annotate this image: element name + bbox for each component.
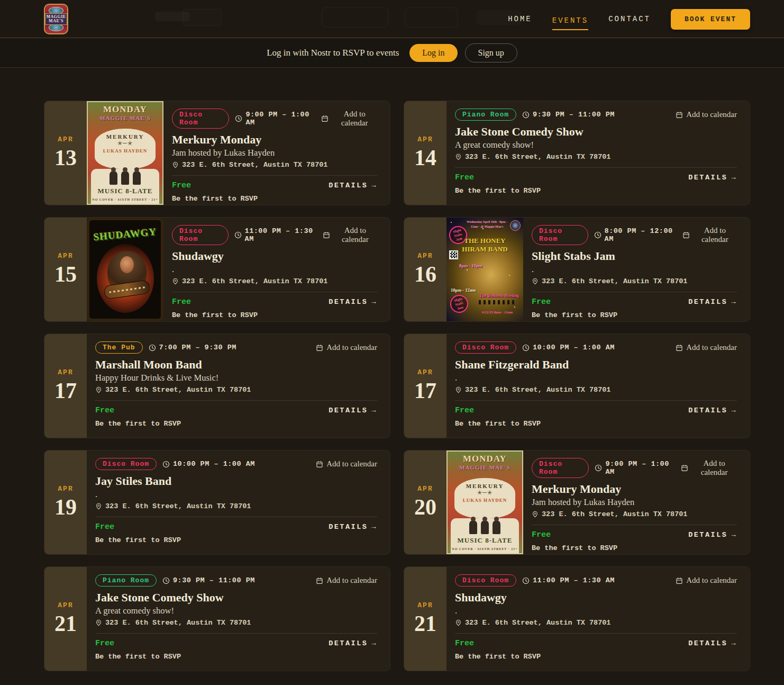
event-date: APR 14 xyxy=(404,101,446,205)
details-button[interactable]: DETAILS → xyxy=(688,639,737,647)
details-button[interactable]: DETAILS → xyxy=(329,639,377,647)
event-title: Merkury Monday xyxy=(172,133,377,146)
price-label: Free xyxy=(95,522,114,531)
price-label: Free xyxy=(172,298,191,307)
poster-headline: SHUDAWGY xyxy=(89,226,161,244)
details-button[interactable]: DETAILS → xyxy=(688,531,737,539)
rsvp-status: Be the first to RSVP xyxy=(455,187,737,195)
event-month: APR xyxy=(417,368,433,376)
arrow-right-icon: → xyxy=(371,639,377,647)
card-divider xyxy=(532,525,737,525)
login-message: Log in with Nostr to RSVP to events xyxy=(267,48,399,58)
location-pin-icon xyxy=(172,161,179,168)
main-nav: HOME EVENTS CONTACT BOOK EVENT xyxy=(508,0,750,38)
header-ghost-placeholder xyxy=(322,7,388,28)
event-address-text: 323 E. 6th Street, Austin TX 78701 xyxy=(182,277,327,285)
details-button[interactable]: DETAILS → xyxy=(329,298,377,306)
login-button[interactable]: Log in xyxy=(409,44,457,62)
card-divider xyxy=(455,167,737,168)
event-poster[interactable]: SHUDAWGY xyxy=(87,218,163,321)
clock-icon xyxy=(594,231,601,239)
event-date: APR 21 xyxy=(44,567,87,671)
add-to-calendar-button[interactable]: Add to calendar xyxy=(323,226,377,244)
event-poster[interactable]: Wednesday April 16th · 8pm - 12am · @ Ma… xyxy=(446,218,523,321)
maggie-maes-logo[interactable]: MAGGIE MAE'S xyxy=(44,4,68,34)
event-time-text: 10:00 PM – 1:00 AM xyxy=(533,344,615,351)
arrow-right-icon: → xyxy=(731,407,737,414)
add-to-calendar-button[interactable]: Add to calendar xyxy=(321,110,377,128)
event-description: . xyxy=(172,265,377,275)
event-time-text: 9:30 PM – 11:00 PM xyxy=(533,111,615,119)
details-button[interactable]: DETAILS → xyxy=(688,407,737,414)
rsvp-status: Be the first to RSVP xyxy=(172,195,377,203)
add-to-calendar-button[interactable]: Add to calendar xyxy=(681,459,737,477)
event-day: 19 xyxy=(54,495,77,519)
event-poster[interactable]: MONDAY MAGGIE MAE'S MERKURY ✭─✭ LUKAS HA… xyxy=(446,450,523,554)
calendar-icon xyxy=(316,344,323,351)
price-label: Free xyxy=(455,173,474,182)
room-badge: Disco Room xyxy=(172,109,229,129)
details-button[interactable]: DETAILS → xyxy=(688,298,737,306)
logo-text: MAGGIE MAE'S xyxy=(45,13,67,25)
location-pin-icon xyxy=(455,154,462,160)
calendar-icon xyxy=(681,464,688,472)
room-badge: The Pub xyxy=(95,341,143,354)
event-description: . xyxy=(95,490,377,500)
event-address: 323 E. 6th Street, Austin TX 78701 xyxy=(95,502,377,510)
add-to-calendar-button[interactable]: Add to calendar xyxy=(316,459,377,468)
add-to-calendar-button[interactable]: Add to calendar xyxy=(682,226,737,244)
arrow-right-icon: → xyxy=(731,174,737,182)
poster-jam-badge: Slight Stabs Jam xyxy=(448,293,470,314)
poster-headline: MONDAY xyxy=(448,454,522,464)
details-button[interactable]: DETAILS → xyxy=(329,523,377,531)
price-label: Free xyxy=(95,406,114,415)
event-card: APR 19 Disco Room 10:00 PM – 1:00 AM Add… xyxy=(44,450,390,555)
room-badge: Disco Room xyxy=(532,458,589,478)
card-divider xyxy=(172,292,377,292)
room-badge: Disco Room xyxy=(532,225,588,245)
details-label: DETAILS xyxy=(688,531,727,539)
event-time-text: 11:00 PM – 1:30 AM xyxy=(533,576,615,584)
event-card: APR 17 Disco Room 10:00 PM – 1:00 AM Add… xyxy=(404,334,750,438)
event-date: APR 17 xyxy=(404,334,446,438)
location-pin-icon xyxy=(532,278,539,285)
add-to-calendar-button[interactable]: Add to calendar xyxy=(316,576,377,585)
rsvp-status: Be the first to RSVP xyxy=(95,536,377,544)
event-title: Slight Stabs Jam xyxy=(532,250,737,263)
event-address-text: 323 E. 6th Street, Austin TX 78701 xyxy=(105,502,251,510)
arrow-right-icon: → xyxy=(731,531,737,539)
nav-home[interactable]: HOME xyxy=(508,12,532,26)
event-description: A great comedy show! xyxy=(95,606,377,616)
event-poster[interactable]: MONDAY MAGGIE MAE'S MERKURY ✭─✭ LUKAS HA… xyxy=(87,101,163,205)
details-button[interactable]: DETAILS → xyxy=(329,407,377,414)
add-to-calendar-button[interactable]: Add to calendar xyxy=(676,576,737,585)
clock-icon xyxy=(162,461,170,468)
details-button[interactable]: DETAILS → xyxy=(329,182,377,190)
event-time: 10:00 PM – 1:00 AM xyxy=(162,460,255,468)
add-to-calendar-label: Add to calendar xyxy=(686,576,737,585)
details-button[interactable]: DETAILS → xyxy=(688,174,737,182)
event-content: Disco Room 10:00 PM – 1:00 AM Add to cal… xyxy=(87,450,390,554)
event-content: Disco Room 10:00 PM – 1:00 AM Add to cal… xyxy=(446,334,750,438)
event-date: APR 15 xyxy=(44,218,87,321)
details-label: DETAILS xyxy=(688,298,727,306)
event-address-text: 323 E. 6th Street, Austin TX 78701 xyxy=(105,619,251,627)
nav-events[interactable]: EVENTS xyxy=(552,13,588,30)
add-to-calendar-label: Add to calendar xyxy=(326,576,377,585)
location-pin-icon xyxy=(172,278,179,285)
price-label: Free xyxy=(172,181,191,190)
room-badge: Disco Room xyxy=(455,341,516,354)
add-to-calendar-button[interactable]: Add to calendar xyxy=(316,343,377,352)
card-divider xyxy=(455,400,737,401)
poster-guitarist-face xyxy=(120,256,134,273)
details-label: DETAILS xyxy=(329,407,368,414)
add-to-calendar-button[interactable]: Add to calendar xyxy=(676,110,737,119)
nav-contact[interactable]: CONTACT xyxy=(608,12,651,26)
book-event-button[interactable]: BOOK EVENT xyxy=(671,9,750,30)
signup-button[interactable]: Sign up xyxy=(465,43,517,62)
event-month: APR xyxy=(58,485,73,493)
details-label: DETAILS xyxy=(329,182,368,190)
event-day: 20 xyxy=(414,495,436,519)
add-to-calendar-button[interactable]: Add to calendar xyxy=(676,343,737,352)
rsvp-status: Be the first to RSVP xyxy=(95,653,377,661)
